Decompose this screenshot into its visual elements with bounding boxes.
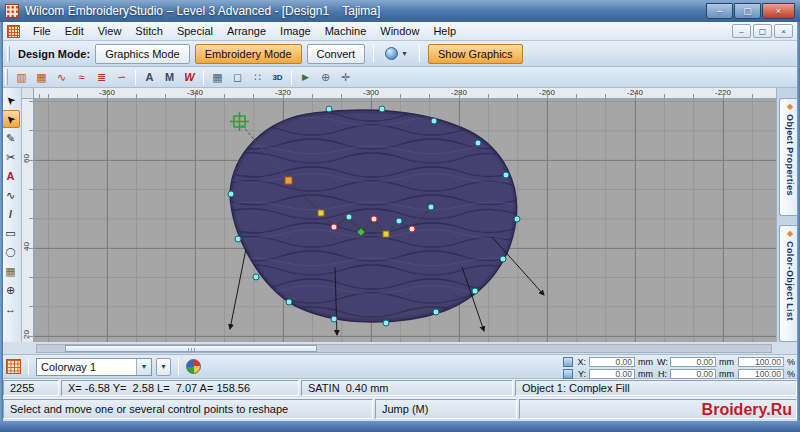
title-bar[interactable]: Wilcom EmbroideryStudio – Level 3 Advanc… [0, 0, 800, 22]
separator [419, 45, 420, 62]
scale-x-field[interactable]: 100.00 [738, 357, 784, 367]
run-tool[interactable]: / [2, 205, 20, 223]
ruler-corner [22, 88, 34, 99]
triple-run-icon[interactable]: ≣ [92, 69, 111, 86]
watermark: Broidery.Ru [702, 401, 792, 419]
zigzag-stitch-icon[interactable]: ∽ [112, 69, 131, 86]
pan-icon[interactable]: ✛ [336, 69, 355, 86]
convert-button[interactable]: Convert [307, 44, 366, 64]
design-colors-icon[interactable] [6, 359, 21, 374]
y-field[interactable]: 0.00 [589, 369, 635, 379]
x-field[interactable]: 0.00 [589, 357, 635, 367]
colorway-bar: Colorway 1 ▼ ▼ X: 0.00 mm W: 0.00 mm 100… [0, 355, 800, 379]
menu-edit[interactable]: Edit [58, 23, 91, 39]
reshape-arrow [230, 249, 246, 329]
prompt-bar: Select and move one or several control p… [0, 397, 800, 421]
knife-tool[interactable]: ✂ [2, 148, 20, 166]
menu-arrange[interactable]: Arrange [220, 23, 273, 39]
satin-stitch-icon[interactable]: ▥ [12, 69, 31, 86]
embroidery-mode-button[interactable]: Embroidery Mode [195, 44, 302, 64]
pen-tool[interactable]: ✎ [2, 129, 20, 147]
select-tool[interactable]: ➤ [2, 91, 20, 109]
needle-points-icon[interactable]: ∷ [248, 69, 267, 86]
mdi-restore-button[interactable]: ▢ [753, 24, 772, 38]
ellipse-tool[interactable]: ◯ [2, 243, 20, 261]
show-hoop-icon[interactable]: ◻ [228, 69, 247, 86]
close-button[interactable]: × [762, 3, 795, 19]
toolbar-grip[interactable] [7, 46, 10, 62]
design-canvas-svg[interactable] [34, 99, 776, 342]
h-field[interactable]: 0.00 [670, 369, 716, 379]
ruler-label: 40 [22, 242, 31, 251]
motif-fill-icon[interactable]: ∿ [52, 69, 71, 86]
menu-file[interactable]: File [26, 23, 58, 39]
entry-point-marker[interactable] [230, 112, 249, 131]
reshape-node [253, 274, 259, 280]
maximize-button[interactable]: ▢ [734, 3, 761, 19]
reshape-tool[interactable]: ➤ [2, 110, 20, 128]
stitch-toolbar: ▥ ▦ ∿ ≈ ≣ ∽ A M W ▦ ◻ ∷ 3D ▶ ⊕ ✛ [0, 67, 800, 88]
design-mode-toolbar: Design Mode: Graphics Mode Embroidery Mo… [0, 41, 800, 67]
mdi-minimize-button[interactable]: – [732, 24, 751, 38]
measure-tool-icon: ↔ [5, 303, 16, 315]
lettering-tool[interactable]: A [2, 167, 20, 185]
measure-tool[interactable]: ↔ [2, 300, 20, 318]
menu-help[interactable]: Help [426, 23, 463, 39]
menu-machine[interactable]: Machine [318, 23, 374, 39]
ruler-label: -320 [275, 88, 291, 97]
ruler-label: -280 [451, 88, 467, 97]
zoom-icon[interactable]: ⊕ [316, 69, 335, 86]
tatami-fill-icon[interactable]: ▦ [32, 69, 51, 86]
menu-special[interactable]: Special [170, 23, 220, 39]
stitch-player-icon[interactable]: ▶ [296, 69, 315, 86]
curve-node [396, 218, 402, 224]
freehand-tool-icon: ∿ [6, 189, 15, 202]
horizontal-ruler: -360 -340 -320 -300 -280 -260 -240 -220 [34, 88, 776, 99]
mdi-close-button[interactable]: × [774, 24, 793, 38]
fill-tool[interactable]: ▦ [2, 262, 20, 280]
monogram-icon[interactable]: M [160, 69, 179, 86]
design-canvas[interactable] [34, 99, 776, 342]
toolbar-grip[interactable] [5, 69, 8, 85]
menu-stitch[interactable]: Stitch [128, 23, 170, 39]
size-icon [563, 369, 573, 379]
minimize-button[interactable]: – [706, 3, 733, 19]
freehand-tool[interactable]: ∿ [2, 186, 20, 204]
colorway-select[interactable]: Colorway 1 ▼ [36, 358, 152, 376]
menu-window[interactable]: Window [373, 23, 426, 39]
3d-view-icon[interactable]: 3D [268, 69, 287, 86]
w-field[interactable]: 0.00 [670, 357, 716, 367]
scrollbar-thumb[interactable] [65, 345, 317, 352]
colorway-menu-button[interactable]: ▼ [156, 358, 171, 376]
y-label: Y: [576, 369, 586, 379]
lettering-icon[interactable]: A [140, 69, 159, 86]
color-wheel-icon[interactable] [186, 359, 201, 374]
app-icon [5, 4, 19, 18]
window-frame-left [0, 22, 3, 432]
freehand-icon[interactable]: W [180, 69, 199, 86]
rect-tool[interactable]: ▭ [2, 224, 20, 242]
pointer-coordinates: X= -6.58 Y= 2.58 L= 7.07 A= 158.56 [61, 380, 299, 396]
hoop-globe-button[interactable]: ▼ [382, 45, 411, 62]
ruler-label: 20 [22, 330, 31, 339]
graphics-mode-button[interactable]: Graphics Mode [95, 44, 190, 64]
zoom-tool[interactable]: ⊕ [2, 281, 20, 299]
lettering-tool-icon: A [7, 170, 15, 182]
reshape-node [472, 288, 478, 294]
reshape-node [235, 236, 241, 242]
zoom-tool-icon: ⊕ [6, 284, 15, 297]
machine-function: Jump (M) [375, 399, 517, 419]
reshape-node [326, 106, 332, 112]
show-grid-icon[interactable]: ▦ [208, 69, 227, 86]
reshape-node [379, 106, 385, 112]
application-window: Wilcom EmbroideryStudio – Level 3 Advanc… [0, 0, 800, 432]
scale-y-field[interactable]: 100.00 [738, 369, 784, 379]
horizontal-scrollbar[interactable] [36, 344, 772, 353]
chevron-down-icon: ▼ [401, 50, 408, 57]
run-stitch-icon[interactable]: ≈ [72, 69, 91, 86]
curve-node [371, 216, 377, 222]
menu-image[interactable]: Image [273, 23, 318, 39]
curve-node [331, 224, 337, 230]
show-graphics-button[interactable]: Show Graphics [428, 44, 523, 64]
menu-view[interactable]: View [91, 23, 129, 39]
